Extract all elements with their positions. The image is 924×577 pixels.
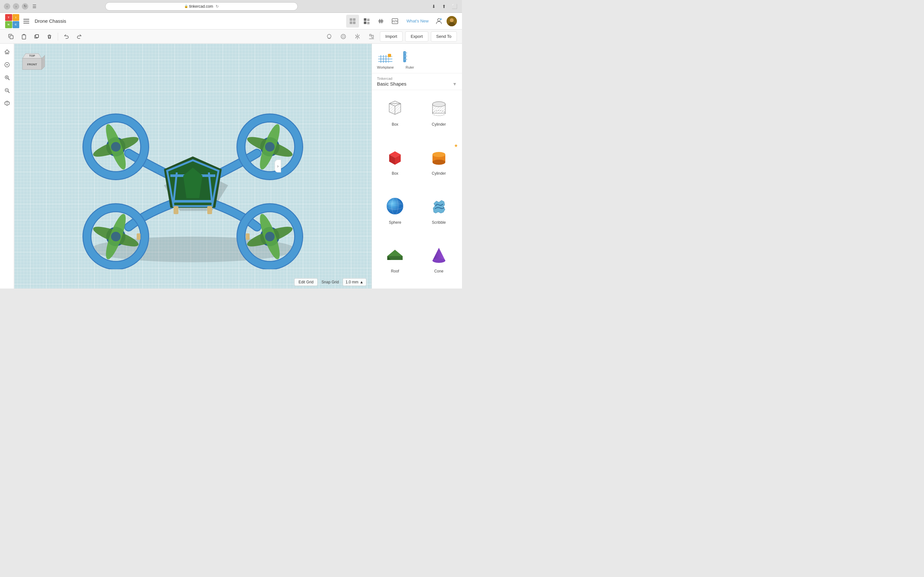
align-tool[interactable] <box>366 31 377 42</box>
svg-point-27 <box>341 34 346 39</box>
viewport[interactable]: TOP FRONT <box>14 44 372 288</box>
send-to-button[interactable]: Send To <box>431 31 457 42</box>
shape-item-scribble[interactable]: Scribble <box>418 191 460 237</box>
cylinder-solid-icon <box>426 144 452 170</box>
delete-icon <box>46 33 53 40</box>
shape-lib-dropdown[interactable]: Basic Shapes ▼ <box>377 81 457 87</box>
shape-label-roof: Roof <box>391 269 399 274</box>
code-editor-button[interactable] <box>389 15 401 27</box>
components-button[interactable] <box>375 15 387 27</box>
orientation-cube-svg: TOP FRONT <box>19 49 45 74</box>
bottom-bar: Edit Grid Snap Grid 1.0 mm ▲ <box>14 276 372 288</box>
menu-line-1 <box>23 19 29 19</box>
shape-label-sphere: Sphere <box>389 220 401 225</box>
cylinder-wire-svg <box>427 97 451 119</box>
shape-label-box-wire: Box <box>392 122 399 127</box>
svg-text:TOP: TOP <box>29 54 35 57</box>
cone-icon <box>426 242 452 268</box>
paste-icon <box>21 33 27 40</box>
home-icon <box>4 49 10 55</box>
shape-item-box-solid[interactable]: Box <box>375 142 416 188</box>
forward-button[interactable]: › <box>13 3 19 10</box>
svg-rect-9 <box>367 23 370 24</box>
svg-rect-95 <box>388 54 391 57</box>
duplicate-button[interactable] <box>31 31 42 42</box>
svg-line-37 <box>8 79 9 80</box>
svg-rect-26 <box>328 38 330 39</box>
share-icon[interactable]: ⬆ <box>440 3 448 10</box>
sidebar-toggle[interactable]: ☰ <box>31 3 38 10</box>
shape-item-cylinder-wire[interactable]: Cylinder <box>418 93 460 139</box>
paste-button[interactable] <box>18 31 29 42</box>
shape-tool[interactable] <box>338 31 349 42</box>
export-button[interactable]: Export <box>405 31 428 42</box>
edit-toolbar-right: Import Export Send To <box>323 31 457 42</box>
shape-item-sphere[interactable]: Sphere <box>375 191 416 237</box>
download-icon[interactable]: ⬇ <box>430 3 438 10</box>
import-button[interactable]: Import <box>380 31 403 42</box>
menu-line-2 <box>23 21 29 21</box>
menu-toggle-button[interactable] <box>22 17 31 26</box>
cylinder-star-icon: ★ <box>454 143 458 148</box>
edit-grid-button[interactable]: Edit Grid <box>294 278 318 286</box>
shape-item-cone[interactable]: Cone <box>418 239 460 286</box>
svg-rect-5 <box>367 19 370 19</box>
shape-item-cylinder-solid[interactable]: ★ Cylinder <box>418 142 460 188</box>
svg-rect-84 <box>137 234 141 240</box>
logo-cell-t: T <box>5 14 12 21</box>
svg-point-121 <box>433 152 445 157</box>
orientation-cube[interactable]: TOP FRONT <box>19 49 45 74</box>
zoom-in-button[interactable] <box>1 72 13 83</box>
snap-grid-value[interactable]: 1.0 mm ▲ <box>342 278 367 286</box>
undo-button[interactable] <box>61 31 72 42</box>
zoom-in-icon <box>4 74 10 81</box>
logo-cell-c: C <box>13 21 19 28</box>
refresh-button[interactable]: ↻ <box>22 3 28 10</box>
logo-cell-n: N <box>5 21 12 28</box>
ruler-icon-container <box>401 47 418 64</box>
workplane-label: Workplane <box>377 65 394 69</box>
drone-illustration: PCB <box>48 76 337 269</box>
toolbar-separator <box>58 33 58 40</box>
zoom-out-button[interactable] <box>1 85 13 96</box>
home-view-button[interactable] <box>1 46 13 58</box>
grid-view-icon <box>349 18 356 25</box>
toolbar-view-icons <box>346 15 401 27</box>
edit-toolbar: Import Export Send To <box>0 29 462 44</box>
whats-new-button[interactable]: What's New <box>404 19 431 23</box>
menu-line-3 <box>23 23 29 23</box>
user-account-button[interactable]: + <box>434 16 444 26</box>
fit-view-button[interactable] <box>1 59 13 71</box>
3d-view-button[interactable] <box>1 97 13 109</box>
back-button[interactable]: ‹ <box>4 3 10 10</box>
grid-view-button[interactable] <box>346 15 359 27</box>
ruler-tool[interactable]: Ruler <box>401 47 418 69</box>
mirror-tool[interactable] <box>352 31 363 42</box>
svg-rect-22 <box>22 35 26 39</box>
redo-button[interactable] <box>73 31 85 42</box>
workplane-tool[interactable]: Workplane <box>377 47 394 69</box>
svg-rect-12 <box>380 19 380 23</box>
shape-item-roof[interactable]: Roof <box>375 239 416 286</box>
panel-collapse-toggle[interactable]: › <box>275 160 281 172</box>
delete-button[interactable] <box>44 31 55 42</box>
mirror-tool-icon <box>354 33 361 40</box>
light-bulb-tool[interactable] <box>323 31 335 42</box>
new-tab-icon[interactable]: ⬜ <box>451 3 458 10</box>
tinkercad-logo[interactable]: T I N C <box>5 14 19 28</box>
shape-item-box-wire[interactable]: Box <box>375 93 416 139</box>
address-bar[interactable]: 🔒 tinkercad.com ↻ <box>105 2 298 11</box>
svg-point-123 <box>387 198 403 214</box>
list-view-button[interactable] <box>360 15 373 27</box>
shape-label-cone: Cone <box>434 269 443 274</box>
ruler-icon <box>401 47 418 64</box>
svg-point-33 <box>6 64 8 65</box>
box-wire-icon <box>382 95 408 121</box>
svg-point-72 <box>265 232 275 242</box>
list-view-icon <box>363 18 370 25</box>
avatar[interactable] <box>447 16 457 26</box>
copy-button[interactable] <box>5 31 17 42</box>
url-text: tinkercad.com <box>189 4 213 9</box>
lock-icon: 🔒 <box>184 5 188 8</box>
roof-svg <box>383 243 407 266</box>
